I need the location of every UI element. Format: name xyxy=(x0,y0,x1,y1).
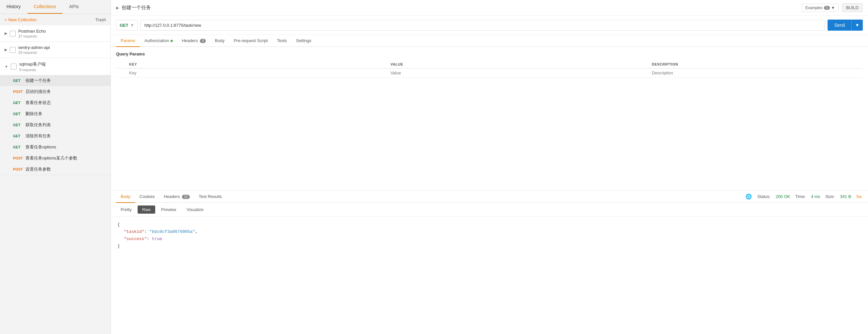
method-badge-get: GET xyxy=(13,123,25,127)
collection-count: 37 requests xyxy=(18,34,46,38)
globe-icon[interactable]: 🌐 xyxy=(745,193,752,200)
tab-tests[interactable]: Tests xyxy=(272,35,291,47)
request-name: 创建一个任务 xyxy=(25,78,51,84)
sidebar: History Collections APIs New Collection … xyxy=(0,0,111,334)
res-tab-test-results[interactable]: Test Results xyxy=(194,191,227,203)
params-section: Query Params KEY VALUE DESCRIPTION xyxy=(111,47,868,82)
sidebar-tab-history[interactable]: History xyxy=(0,0,27,14)
fmt-tab-visualize[interactable]: Visualize xyxy=(182,206,208,214)
dropdown-chevron-icon: ▼ xyxy=(831,5,835,10)
page-title: 创建一个任务 xyxy=(122,5,802,11)
status-label: Status: xyxy=(757,194,770,199)
fmt-tab-pretty[interactable]: Pretty xyxy=(116,206,136,214)
tab-settings[interactable]: Settings xyxy=(291,35,316,47)
res-headers-count-badge: 10 xyxy=(182,195,189,199)
json-open-brace: { xyxy=(117,221,862,228)
url-input[interactable] xyxy=(140,20,825,31)
collection-header-postman-echo[interactable]: ▶ Postman Echo 37 requests xyxy=(0,25,111,41)
size-value: 341 B xyxy=(840,194,851,199)
row-value-cell[interactable] xyxy=(388,68,649,78)
collection-name: sentry-admin-api xyxy=(18,45,50,50)
method-badge-post: POST xyxy=(13,156,25,160)
save-response-button[interactable]: Sa xyxy=(856,194,862,199)
response-meta: 🌐 Status: 200 OK Time: 4 ms Size: 341 B … xyxy=(745,193,863,200)
examples-count-badge: 0 xyxy=(824,6,830,10)
request-name: 查看任务状态 xyxy=(25,100,51,106)
trash-button[interactable]: Trash xyxy=(95,17,106,22)
res-tab-cookies[interactable]: Cookies xyxy=(135,191,159,203)
request-item-set-task-params[interactable]: POST 设置任务参数 xyxy=(0,164,111,175)
request-item-task-options[interactable]: GET 查看任务options xyxy=(0,142,111,153)
response-format-tabs: Pretty Raw Preview Visualize xyxy=(111,203,868,217)
query-params-title: Query Params xyxy=(116,52,863,56)
send-label: Send xyxy=(828,20,851,31)
examples-button[interactable]: Examples 0 ▼ xyxy=(802,4,839,12)
value-input[interactable] xyxy=(391,70,646,75)
key-input[interactable] xyxy=(129,70,384,75)
request-name: 设置任务参数 xyxy=(25,166,51,172)
json-success-line: "success": true xyxy=(124,236,862,243)
fmt-tab-raw[interactable]: Raw xyxy=(137,206,155,214)
method-select[interactable]: GET ▼ xyxy=(116,20,137,31)
sidebar-content: ▶ Postman Echo 37 requests ▶ sentry-admi… xyxy=(0,25,111,334)
fmt-tab-preview[interactable]: Preview xyxy=(156,206,181,214)
request-item-delete-task[interactable]: GET 删除任务 xyxy=(0,108,111,119)
method-label: GET xyxy=(120,23,128,28)
json-key: "success" xyxy=(124,237,147,241)
collection-requests: GET 创建一个任务 POST 启动扫描任务 GET 查看任务状态 GET 删除… xyxy=(0,75,111,175)
headers-count-badge: 8 xyxy=(200,39,206,43)
collection-name: sqlmap客户端 xyxy=(19,61,45,67)
request-item-create-task[interactable]: GET 创建一个任务 xyxy=(0,75,111,86)
examples-label: Examples xyxy=(805,5,823,10)
row-check-cell xyxy=(116,68,126,78)
expand-chevron-icon[interactable]: ▶ xyxy=(116,5,119,10)
collection-sqlmap: ▼ sqlmap客户端 9 requests GET 创建一个任务 POST 启… xyxy=(0,58,111,175)
request-item-check-status[interactable]: GET 查看任务状态 xyxy=(0,97,111,108)
collection-count: 29 requests xyxy=(18,51,50,55)
sidebar-tab-collections[interactable]: Collections xyxy=(27,0,63,14)
params-table: KEY VALUE DESCRIPTION xyxy=(116,60,863,78)
request-item-clear-tasks[interactable]: GET 清除所有任务 xyxy=(0,130,111,142)
request-item-start-scan[interactable]: POST 启动扫描任务 xyxy=(0,86,111,97)
send-dropdown-icon[interactable]: ▼ xyxy=(851,20,863,31)
tab-pre-request-script[interactable]: Pre-request Script xyxy=(229,35,273,47)
url-bar: GET ▼ Send ▼ xyxy=(111,16,868,35)
build-button[interactable]: BUILD xyxy=(842,3,863,12)
json-close-brace: } xyxy=(117,243,862,250)
response-body: { "taskid": "bbc0cf3a0076005a", "success… xyxy=(111,217,868,334)
send-button[interactable]: Send ▼ xyxy=(828,20,863,31)
request-item-get-task-list[interactable]: GET 获取任务列表 xyxy=(0,119,111,130)
request-name: 删除任务 xyxy=(25,111,42,117)
sidebar-actions: New Collection Trash xyxy=(0,14,111,25)
row-key-cell[interactable] xyxy=(126,68,388,78)
json-string-value: "bbc0cf3a0076005a" xyxy=(149,229,195,234)
request-item-task-options-params[interactable]: POST 查看任务options某几个参数 xyxy=(0,153,111,164)
res-tab-headers[interactable]: Headers 10 xyxy=(159,191,194,203)
method-badge-get: GET xyxy=(13,134,25,138)
method-badge-post: POST xyxy=(13,90,25,94)
title-actions: Examples 0 ▼ BUILD xyxy=(802,3,863,12)
method-badge-get: GET xyxy=(13,145,25,149)
new-collection-button[interactable]: New Collection xyxy=(5,17,36,22)
sidebar-tab-apis[interactable]: APIs xyxy=(63,0,86,14)
method-badge-get: GET xyxy=(13,79,25,83)
tab-params[interactable]: Params xyxy=(116,35,140,47)
tab-authorization[interactable]: Authorization xyxy=(140,35,177,47)
request-name: 清除所有任务 xyxy=(25,133,51,139)
auth-dot-indicator xyxy=(170,40,173,42)
request-name: 查看任务options xyxy=(25,144,56,150)
res-tab-body[interactable]: Body xyxy=(116,191,135,203)
collection-info: Postman Echo 37 requests xyxy=(18,29,46,38)
row-desc-cell[interactable] xyxy=(649,68,863,78)
tab-body[interactable]: Body xyxy=(210,35,229,47)
sidebar-tabs: History Collections APIs xyxy=(0,0,111,14)
collection-header-sqlmap[interactable]: ▼ sqlmap客户端 9 requests xyxy=(0,58,111,75)
desc-input[interactable] xyxy=(652,70,860,75)
collection-postman-echo: ▶ Postman Echo 37 requests xyxy=(0,25,111,42)
col-key: KEY xyxy=(126,60,388,68)
collection-info: sqlmap客户端 9 requests xyxy=(19,61,45,72)
tab-headers[interactable]: Headers 8 xyxy=(177,35,210,47)
collection-header-sentry[interactable]: ▶ sentry-admin-api 29 requests xyxy=(0,42,111,58)
method-dropdown-icon: ▼ xyxy=(130,23,134,27)
size-label: Size: xyxy=(825,194,835,199)
